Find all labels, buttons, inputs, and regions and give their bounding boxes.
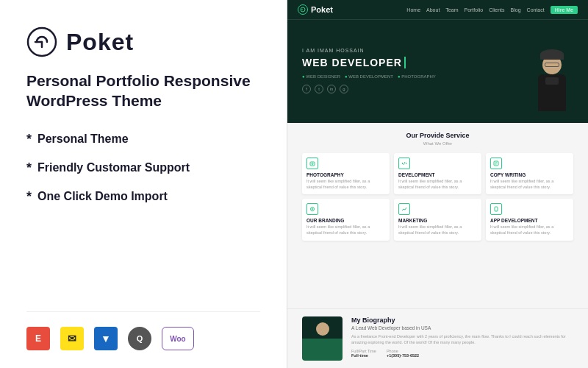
- bio-person-head: [316, 322, 329, 336]
- social-linkedin-icon[interactable]: in: [327, 85, 336, 93]
- hero-social-icons: f t in g: [302, 85, 514, 93]
- bio-text-area: My Biography A Lead Web Developer based …: [351, 316, 573, 361]
- nav-link-team[interactable]: Team: [445, 7, 458, 13]
- svg-point-12: [312, 208, 313, 210]
- nav-cta-button[interactable]: Hire Me: [551, 6, 578, 14]
- bio-details: Full/Part Time Full-time Phone +1(305)-7…: [351, 349, 573, 358]
- q-icon[interactable]: Q: [128, 327, 151, 350]
- poket-logo-icon: [26, 26, 57, 57]
- marketing-icon: [398, 203, 410, 215]
- person-glasses: [545, 63, 559, 67]
- social-facebook-icon[interactable]: f: [302, 85, 311, 93]
- service-desc-3: It will seem like simplified filler, as …: [306, 224, 385, 236]
- theme-nav: Poket Home About Team Portfolio Clients …: [287, 0, 588, 20]
- theme-nav-logo: Poket: [298, 4, 333, 15]
- service-desc-4: It will seem like simplified filler, as …: [398, 224, 477, 236]
- nav-link-portfolio[interactable]: Portfolio: [464, 7, 483, 13]
- plugin-icons-bar: E ✉ ▼ Q Woo: [26, 311, 260, 350]
- nav-link-contact[interactable]: Contact: [527, 7, 545, 13]
- feature-item-2: One Click Demo Import: [26, 189, 260, 205]
- bio-detail-0: Full/Part Time Full-time: [351, 349, 376, 358]
- features-list: Personal Theme Friendly Customar Support…: [26, 132, 260, 205]
- theme-nav-logo-text: Poket: [311, 5, 333, 14]
- svg-point-6: [312, 163, 313, 165]
- service-card-4: MARKETING It will seem like simplified f…: [394, 199, 481, 240]
- service-name-3: OUR BRANDING: [306, 218, 385, 223]
- service-name-2: COPY WRITING: [490, 172, 569, 177]
- hero-person-image: [514, 30, 573, 111]
- services-title: Our Provide Service: [302, 132, 573, 139]
- service-desc-5: It will seem like simplified filler, as …: [490, 224, 569, 236]
- person-hat: [540, 49, 564, 60]
- hero-tag-0: ● WEB DESIGNER: [302, 74, 340, 79]
- photography-icon: [306, 158, 318, 169]
- nav-link-blog[interactable]: Blog: [511, 7, 521, 13]
- bio-title: My Biography: [351, 316, 573, 324]
- theme-nav-logo-icon: [298, 4, 308, 15]
- services-section: Our Provide Service What We Offer PHOTOG…: [287, 123, 588, 308]
- hero-tag-1: ● WEB DEVELOPMENT: [345, 74, 393, 79]
- service-card-3: OUR BRANDING It will seem like simplifie…: [302, 199, 390, 240]
- svg-line-7: [404, 162, 405, 165]
- service-name-0: PHOTOGRAPHY: [306, 172, 385, 177]
- hero-tag-2: ● PHOTOGRAPHY: [398, 74, 436, 79]
- service-card-0: PHOTOGRAPHY It will seem like simplified…: [302, 153, 390, 194]
- bio-body: As a freelance Front-end Developer with …: [351, 333, 573, 346]
- theme-preview: Poket Home About Team Portfolio Clients …: [287, 0, 588, 368]
- person-head: [542, 55, 562, 74]
- logo-area: Poket: [26, 26, 260, 57]
- nav-link-clients[interactable]: Clients: [489, 7, 504, 13]
- service-card-5: APP DEVELOPMENT It will seem like simpli…: [486, 199, 573, 240]
- tagline: Personal Portfolio Responsive WordPress …: [26, 71, 260, 111]
- person-figure: [538, 55, 566, 111]
- svg-rect-5: [310, 162, 315, 166]
- vuetify-icon[interactable]: ▼: [94, 327, 118, 350]
- theme-nav-links: Home About Team Portfolio Clients Blog C…: [406, 6, 578, 14]
- biography-section: My Biography A Lead Web Developer based …: [287, 308, 588, 368]
- social-twitter-icon[interactable]: t: [315, 85, 323, 93]
- copywriting-icon: [490, 158, 502, 169]
- service-desc-0: It will seem like simplified filler, as …: [306, 179, 385, 190]
- person-body: [538, 74, 566, 111]
- hero-tags: ● WEB DESIGNER ● WEB DEVELOPMENT ● PHOTO…: [302, 74, 514, 79]
- logo-text: Poket: [66, 29, 134, 56]
- svg-point-14: [496, 210, 497, 211]
- bio-detail-1: Phone +1(305)-753-6522: [387, 349, 419, 358]
- service-name-4: MARKETING: [398, 218, 477, 223]
- preview-container: Poket Home About Team Portfolio Clients …: [287, 0, 588, 368]
- branding-icon: [306, 203, 318, 215]
- social-google-icon[interactable]: g: [340, 85, 348, 93]
- service-card-2: COPY WRITING It will seem like simplifie…: [486, 153, 573, 194]
- hero-text: I AM IMAM HOSSAIN WEB DEVELOPER ● WEB DE…: [302, 48, 514, 93]
- feature-item-1: Friendly Customar Support: [26, 160, 260, 176]
- nav-link-about[interactable]: About: [426, 7, 440, 13]
- service-desc-1: It will seem like simplified filler, as …: [398, 179, 477, 190]
- nav-link-home[interactable]: Home: [406, 7, 420, 13]
- service-name-1: DEVELOPMENT: [398, 172, 477, 177]
- svg-rect-8: [494, 161, 498, 166]
- services-subtitle: What We Offer: [302, 141, 573, 146]
- feature-item-0: Personal Theme: [26, 132, 260, 147]
- hero-section: I AM IMAM HOSSAIN WEB DEVELOPER ● WEB DE…: [287, 20, 588, 123]
- services-grid: PHOTOGRAPHY It will seem like simplified…: [302, 153, 573, 241]
- woo-icon[interactable]: Woo: [162, 327, 194, 350]
- hero-title: WEB DEVELOPER: [302, 57, 406, 68]
- service-name-5: APP DEVELOPMENT: [490, 218, 569, 223]
- bio-subtitle: A Lead Web Developer based in USA: [351, 325, 573, 330]
- service-card-1: DEVELOPMENT It will seem like simplified…: [394, 153, 481, 194]
- woo-label: Woo: [170, 335, 185, 343]
- mailchimp-icon[interactable]: ✉: [60, 327, 84, 350]
- app-dev-icon: [490, 203, 502, 215]
- left-panel: Poket Personal Portfolio Responsive Word…: [0, 0, 287, 368]
- service-desc-2: It will seem like simplified filler, as …: [490, 179, 569, 190]
- hero-sub-text: I AM IMAM HOSSAIN: [302, 48, 514, 53]
- elementor-icon[interactable]: E: [26, 327, 50, 350]
- development-icon: [398, 158, 410, 169]
- bio-person-body: [311, 340, 334, 361]
- bio-person-image: [302, 316, 343, 361]
